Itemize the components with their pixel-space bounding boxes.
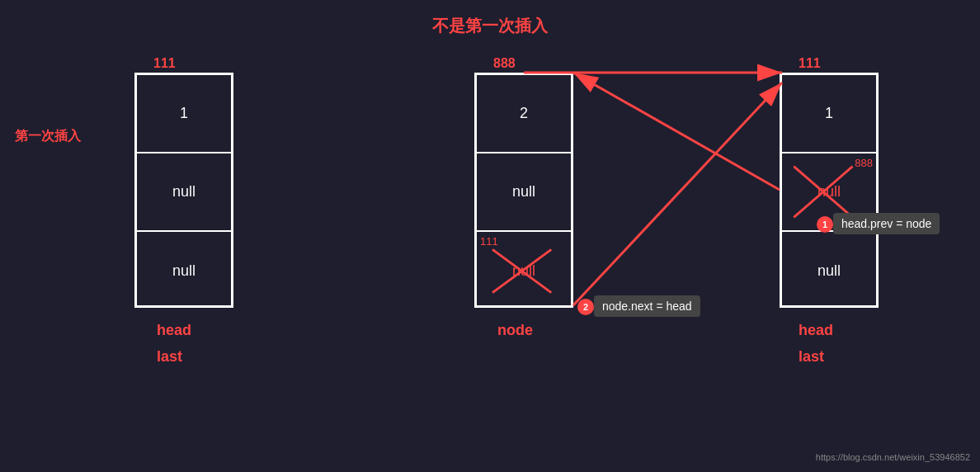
tooltip-head-prev: head.prev = node xyxy=(833,213,940,234)
first-list-box: 1 null null xyxy=(134,73,233,308)
right-list-head-label: head xyxy=(799,322,833,339)
watermark: https://blog.csdn.net/weixin_53946852 xyxy=(816,452,970,462)
right-list-top-label: 111 xyxy=(799,56,821,71)
first-insert-label: 第一次插入 xyxy=(15,128,81,145)
svg-line-6 xyxy=(573,83,782,305)
tooltip2-circle: 1 xyxy=(817,216,833,233)
middle-list-cell-2: null xyxy=(477,153,571,232)
first-list-cell-1: 1 xyxy=(137,75,231,153)
tooltip1-circle: 2 xyxy=(577,299,594,315)
middle-list-node-label: node xyxy=(497,322,533,339)
right-list-last-label: last xyxy=(799,348,824,366)
svg-line-7 xyxy=(573,73,780,190)
right-list-cell-3: null xyxy=(782,232,876,310)
tooltip-node-next: node.next = head xyxy=(594,295,700,317)
right-list-cell-1: 1 xyxy=(782,75,876,153)
first-list-cell-2: null xyxy=(137,153,231,232)
right-list-box: 1 888 null null xyxy=(780,73,879,308)
middle-list-cell-3: 111 null xyxy=(477,232,571,310)
first-list-last-label: last xyxy=(157,348,182,366)
first-list-cell-3: null xyxy=(137,232,231,310)
middle-list-top-label: 888 xyxy=(493,56,516,71)
first-list-head-label: head xyxy=(157,322,191,339)
middle-list-box: 2 null 111 null xyxy=(474,73,573,308)
canvas: 不是第一次插入 第一次插入 111 1 null null head last … xyxy=(0,0,980,472)
middle-list-cell-1: 2 xyxy=(477,75,571,153)
page-title: 不是第一次插入 xyxy=(432,15,548,37)
first-list-top-label: 111 xyxy=(153,56,176,71)
